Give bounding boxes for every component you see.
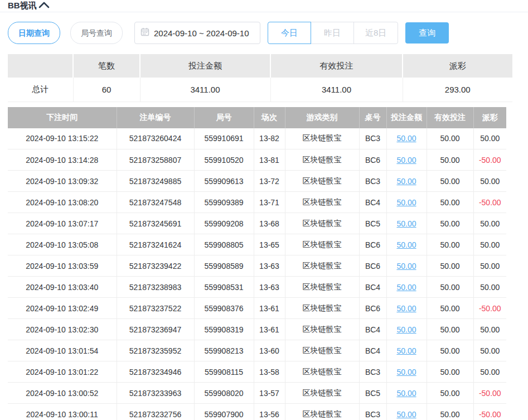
bet-amount-link[interactable]: 50.00 [396, 262, 416, 271]
cell-round-no: 559907900 [194, 404, 254, 420]
cell-round-no: 559908319 [194, 319, 254, 340]
collapse-button[interactable] [37, 0, 51, 11]
cell-time: 2024-09-10 13:00:52 [8, 383, 117, 404]
table-row: 2024-09-10 13:03:40521873238983559908531… [8, 277, 506, 298]
tab-last8days[interactable]: 近8日 [353, 22, 398, 44]
cell-time: 2024-09-10 13:05:08 [8, 234, 117, 255]
bet-amount-link[interactable]: 50.00 [396, 198, 416, 207]
bet-amount-link[interactable]: 50.00 [396, 410, 416, 419]
cell-time: 2024-09-10 13:03:40 [8, 277, 117, 298]
tab-today[interactable]: 今日 [268, 22, 311, 44]
cell-game: 区块链骰宝 [285, 234, 359, 255]
bet-amount-link[interactable]: 50.00 [396, 134, 416, 143]
cell-round-no: 559908589 [194, 255, 254, 277]
cell-round-no: 559909208 [194, 213, 254, 234]
cell-payout: 50.00 [473, 340, 506, 361]
cell-payout: -50.00 [473, 149, 506, 171]
bet-amount-link[interactable]: 50.00 [396, 325, 416, 334]
table-row: 2024-09-10 13:01:54521873235952559908213… [8, 340, 506, 361]
calendar-icon [141, 27, 149, 38]
cell-table-no: BC3 [359, 128, 386, 149]
cell-bet-amount: 50.00 [386, 128, 427, 149]
cell-payout: 50.00 [473, 277, 506, 298]
bet-amount-link[interactable]: 50.00 [396, 177, 416, 186]
cell-table-no: BC3 [359, 404, 386, 420]
col-session: 场次 [254, 107, 285, 128]
bet-amount-link[interactable]: 50.00 [396, 389, 416, 398]
bet-amount-link[interactable]: 50.00 [396, 368, 416, 376]
cell-valid-bet: 50.00 [427, 255, 473, 277]
cell-session: 13-71 [254, 192, 285, 213]
col-order-no: 注单编号 [117, 107, 194, 128]
bet-table-header-row: 下注时间 注单编号 局号 场次 游戏类别 桌号 投注金额 有效投注 派彩 [8, 107, 506, 128]
cell-order-no: 521873238983 [117, 277, 194, 298]
col-game-type: 游戏类别 [285, 107, 359, 128]
search-button[interactable]: 查询 [405, 22, 449, 44]
cell-order-no: 521873260424 [117, 128, 194, 149]
summary-count-value: 60 [73, 78, 140, 102]
summary-col-payout: 派彩 [403, 54, 512, 78]
date-range-input[interactable]: 2024-09-10 ~ 2024-09-10 [134, 22, 260, 44]
cell-order-no: 521873234946 [117, 361, 194, 383]
cell-session: 13-81 [254, 149, 285, 171]
cell-game: 区块链骰宝 [285, 383, 359, 404]
cell-game: 区块链骰宝 [285, 298, 359, 319]
cell-session: 13-57 [254, 383, 285, 404]
cell-valid-bet: 50.00 [427, 171, 473, 192]
cell-payout: -50.00 [473, 192, 506, 213]
cell-order-no: 521873258807 [117, 149, 194, 171]
cell-bet-amount: 50.00 [386, 213, 427, 234]
cell-time: 2024-09-10 13:09:32 [8, 171, 117, 192]
cell-game: 区块链骰宝 [285, 319, 359, 340]
cell-session: 13-63 [254, 277, 285, 298]
cell-round-no: 559908805 [194, 234, 254, 255]
cell-game: 区块链骰宝 [285, 128, 359, 149]
summary-total-row: 总计 60 3411.00 3411.00 293.00 [8, 78, 512, 102]
bet-amount-link[interactable]: 50.00 [396, 219, 416, 228]
col-table-no: 桌号 [359, 107, 386, 128]
cell-game: 区块链骰宝 [285, 255, 359, 277]
cell-game: 区块链骰宝 [285, 171, 359, 192]
bet-amount-link[interactable]: 50.00 [396, 304, 416, 313]
cell-session: 13-56 [254, 404, 285, 420]
cell-session: 13-68 [254, 213, 285, 234]
cell-time: 2024-09-10 13:00:11 [8, 404, 117, 420]
cell-valid-bet: 50.00 [427, 319, 473, 340]
cell-bet-amount: 50.00 [386, 255, 427, 277]
chevron-up-icon [38, 3, 50, 11]
table-row: 2024-09-10 13:03:59521873239422559908589… [8, 255, 506, 277]
bet-amount-link[interactable]: 50.00 [396, 346, 416, 355]
cell-table-no: BC6 [359, 298, 386, 319]
cell-game: 区块链骰宝 [285, 213, 359, 234]
summary-col-count: 笔数 [73, 54, 140, 78]
round-query-button[interactable]: 局号查询 [70, 22, 123, 44]
cell-order-no: 521873247548 [117, 192, 194, 213]
cell-bet-amount: 50.00 [386, 383, 427, 404]
cell-bet-amount: 50.00 [386, 171, 427, 192]
cell-payout: 50.00 [473, 319, 506, 340]
bet-amount-link[interactable]: 50.00 [396, 156, 416, 165]
cell-bet-amount: 50.00 [386, 234, 427, 255]
table-row: 2024-09-10 13:07:17521873245691559909208… [8, 213, 506, 234]
date-query-button[interactable]: 日期查询 [8, 22, 60, 44]
cell-round-no: 559909613 [194, 171, 254, 192]
summary-bet-amount-value: 3411.00 [140, 78, 270, 102]
summary-table: 笔数 投注金额 有效投注 派彩 总计 60 3411.00 3411.00 29… [8, 54, 512, 102]
cell-valid-bet: 50.00 [427, 213, 473, 234]
bet-amount-link[interactable]: 50.00 [396, 240, 416, 249]
cell-payout: 50.00 [473, 361, 506, 383]
cell-table-no: BC4 [359, 192, 386, 213]
cell-payout: -50.00 [473, 298, 506, 319]
tab-yesterday[interactable]: 昨日 [311, 22, 354, 44]
bet-amount-link[interactable]: 50.00 [396, 283, 416, 292]
cell-time: 2024-09-10 13:03:59 [8, 255, 117, 277]
cell-table-no: BC6 [359, 234, 386, 255]
cell-table-no: BC4 [359, 277, 386, 298]
cell-payout: 50.00 [473, 255, 506, 277]
cell-round-no: 559908020 [194, 383, 254, 404]
summary-total-label: 总计 [8, 78, 73, 102]
cell-payout: 50.00 [473, 128, 506, 149]
cell-valid-bet: 50.00 [427, 361, 473, 383]
cell-game: 区块链骰宝 [285, 277, 359, 298]
cell-bet-amount: 50.00 [386, 319, 427, 340]
